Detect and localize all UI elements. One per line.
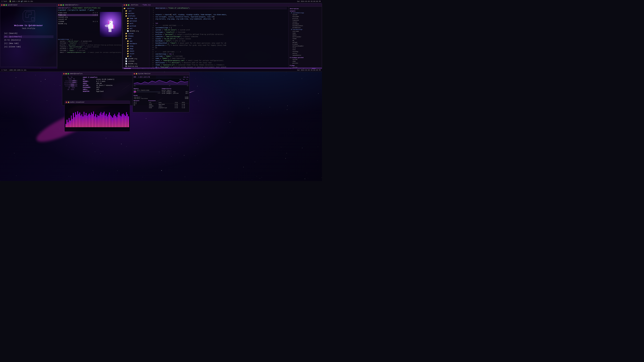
tree-license[interactable]: 📄 LICENSE — [122, 60, 149, 62]
workspace-icon: ⬡ — [1, 0, 3, 2]
menu-search[interactable]: [o] [Search] — [4, 32, 54, 35]
menu-quickmarks[interactable]: [b] [Quickmarks] — [4, 35, 54, 38]
minimize-button-ft[interactable] — [60, 4, 62, 6]
minimize-button[interactable] — [3, 4, 5, 6]
outline-editor[interactable]: editor — [289, 52, 321, 54]
outline-spawnEditor[interactable]: spawnEditor — [289, 54, 321, 56]
tree-wm[interactable]: 📁 wm — [122, 55, 149, 57]
topbar-right: Sat 2024-03-09 05:06:00 PM — [297, 1, 321, 2]
close-sysmon[interactable] — [134, 73, 135, 74]
net-val-1: 36.0 — [134, 102, 147, 103]
close-neofetch[interactable] — [63, 73, 64, 74]
code-main[interactable]: description = "Flake of LibrePhoenix"; o… — [154, 6, 288, 67]
close-viz[interactable] — [66, 102, 67, 103]
terminal-command: nrapidash ~/scripts/rm rapidash -f galax — [58, 9, 122, 11]
filesize — [90, 18, 98, 20]
outline-profile[interactable]: profile — [289, 17, 321, 19]
maximize-button[interactable] — [6, 4, 7, 6]
tree-root[interactable]: 📁 .dotfiles — [122, 7, 149, 10]
tree-app[interactable]: 📁 app — [122, 40, 149, 42]
file-row-license[interactable]: LICENSE 34.2 K — [58, 21, 98, 23]
viz-bar-25 — [92, 114, 93, 127]
menu-newtab[interactable]: [t] [New tab] — [4, 42, 54, 45]
star — [270, 107, 270, 107]
outline-pkgs[interactable]: ⊞ pkgs — [289, 64, 321, 66]
file-row-install-sh[interactable]: install.sh — [58, 18, 98, 20]
outline-wmType[interactable]: wmType — [289, 41, 321, 43]
tree-readme-profiles[interactable]: 📄 README.org — [122, 30, 149, 32]
tree-patches[interactable]: 📁 patches — [122, 12, 149, 15]
file-row-readme[interactable]: README.org — [58, 23, 98, 25]
file-row-install-org[interactable]: install.org — [58, 16, 98, 18]
min-viz[interactable] — [68, 102, 69, 103]
tree-user[interactable]: 📁 user — [122, 37, 149, 40]
menu-history[interactable]: [S h] [History] — [4, 39, 54, 41]
code-line: systemSettings = { — [156, 27, 172, 29]
outline-hostname[interactable]: hostname — [289, 15, 321, 17]
outline-email[interactable]: email — [289, 34, 321, 36]
tree-worklab[interactable]: 📁 worklab — [122, 25, 149, 27]
minimize-button-ed[interactable] — [126, 4, 127, 6]
close-button[interactable] — [1, 4, 2, 6]
outline-defaultRoamDir[interactable]: defaultRoamDir — [289, 45, 321, 47]
tree-desktop[interactable]: 🖼 desktop.png — [122, 65, 149, 67]
code-line: locale = "en_US.UTF-8"; # select locale — [156, 38, 191, 40]
star — [180, 142, 180, 143]
tree-style[interactable]: 📁 style — [122, 52, 149, 55]
outline-nixpkgs-name[interactable]: name — [289, 60, 321, 62]
tree-wsl[interactable]: 📁 wsl — [122, 27, 149, 30]
menu-closetab[interactable]: [x] [Close tab] — [4, 45, 54, 48]
tree-lang[interactable]: 📁 lang — [122, 45, 149, 47]
tree-system[interactable]: 📁 system — [122, 32, 149, 35]
close-button-ed[interactable] — [124, 4, 125, 6]
outline-name[interactable]: name — [289, 32, 321, 34]
outline-font[interactable]: font — [289, 49, 321, 51]
file-row-flakenix[interactable]: flake.nix 2.26 K — [58, 14, 98, 16]
topbar-bottom-right: Sat 2024-03-09 05:06:00 PM — [297, 69, 321, 71]
min-neofetch[interactable] — [66, 73, 67, 74]
outline-bootMode[interactable]: bootMode — [289, 23, 321, 25]
desktop-val: hyprland — [96, 91, 104, 92]
min-sysmon[interactable] — [136, 73, 137, 74]
tree-work[interactable]: 📁 work — [122, 22, 149, 25]
tree-homelab[interactable]: 📁 home lab — [122, 17, 149, 20]
outline-bootMountPath[interactable]: bootMountPath — [289, 25, 321, 27]
max-neofetch[interactable] — [68, 73, 69, 74]
close-button-ft[interactable] — [58, 4, 60, 6]
outline-nixpkgs-system[interactable]: system — [289, 58, 321, 60]
file-tree[interactable]: 📁 .dotfiles 📁 .git 📁 patches 📁 profiles … — [122, 6, 150, 67]
outline-system[interactable]: system — [289, 14, 321, 15]
outline-systemSettings[interactable]: ⊞ systemSettings — [289, 12, 321, 14]
outline-wm[interactable]: wm — [289, 39, 321, 41]
outline-timezone[interactable]: timezone — [289, 19, 321, 21]
outline-term[interactable]: term — [289, 47, 321, 49]
tree-profiles[interactable]: 📁 profiles — [122, 15, 149, 17]
outline-nixpkgs-patches[interactable]: patches — [289, 62, 321, 64]
tree-git[interactable]: 📁 .git — [122, 10, 149, 12]
outline-browser[interactable]: browser — [289, 43, 321, 45]
temp-val-1: 49°C — [186, 91, 188, 92]
tree-themes[interactable]: 📁 themes — [122, 35, 149, 37]
tree-shell[interactable]: 📁 shell — [122, 50, 149, 52]
maximize-button-ed[interactable] — [128, 4, 129, 6]
tree-readme2[interactable]: 📄 README.org — [122, 62, 149, 65]
outline-description[interactable]: description — [289, 7, 321, 9]
viz-bar-55 — [124, 115, 124, 127]
outline-username[interactable]: username — [289, 30, 321, 32]
outline-pkgs-system[interactable]: system — [289, 66, 321, 67]
tree-pkgs[interactable]: 📁 pkgs — [122, 47, 149, 50]
outline-locale[interactable]: locale — [289, 21, 321, 23]
tree-hardware[interactable]: 📁 hardware — [122, 42, 149, 45]
outline-dotfilesDir[interactable]: dotfilesDir — [289, 36, 321, 38]
disk-name-2: /dev/dm-0 /nix/store — [134, 98, 148, 99]
outline-theme[interactable]: theme — [289, 38, 321, 39]
outline-nixpkgs-patched[interactable]: ⊞ nixpkgs-patched — [289, 56, 321, 58]
outline-userSettings[interactable]: ⊞ userSettings — [289, 28, 321, 30]
outline-grubDevice[interactable]: grubDevice — [289, 27, 321, 28]
tree-readme[interactable]: 📄 README.org — [122, 57, 149, 60]
outline-outputs[interactable]: outputs — [289, 9, 321, 12]
file-row-flakelock[interactable]: flake.lock 27.5 K — [58, 12, 98, 14]
outline-fontPkg[interactable]: fontPkg — [289, 51, 321, 52]
maximize-button-ft[interactable] — [62, 4, 64, 6]
tree-personal[interactable]: 📁 personal — [122, 20, 149, 22]
